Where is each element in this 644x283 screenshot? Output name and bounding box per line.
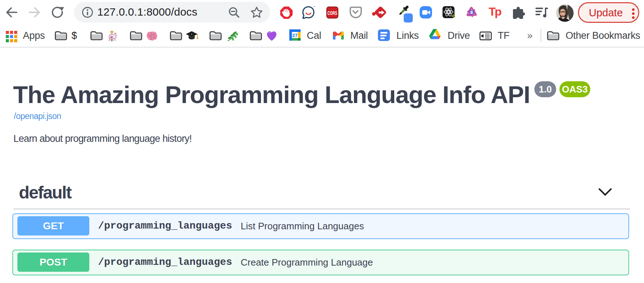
- svg-text:27: 27: [292, 33, 298, 38]
- svg-text:Tp: Tp: [489, 5, 502, 18]
- svg-text:CORS: CORS: [327, 10, 337, 16]
